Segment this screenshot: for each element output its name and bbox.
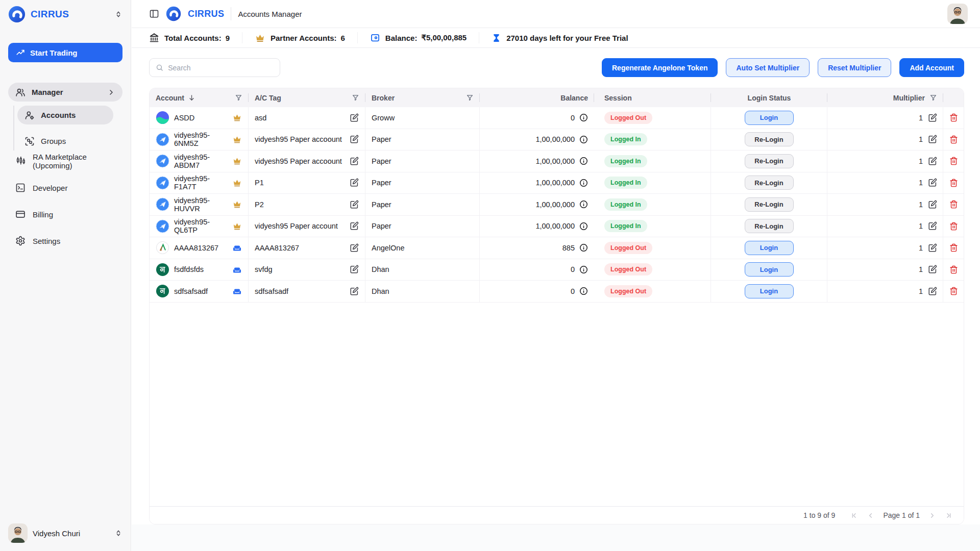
login-button[interactable]: Re-Login — [745, 197, 794, 212]
column-header-broker[interactable]: Broker — [365, 88, 480, 107]
login-button[interactable]: Login — [745, 111, 794, 125]
previous-page-icon[interactable] — [867, 512, 874, 519]
edit-multiplier-icon[interactable] — [928, 200, 937, 209]
edit-tag-icon[interactable] — [350, 287, 359, 296]
next-page-icon[interactable] — [928, 512, 936, 519]
info-icon[interactable] — [579, 179, 588, 187]
edit-tag-icon[interactable] — [350, 265, 359, 274]
filter-icon[interactable] — [929, 94, 937, 102]
last-page-icon[interactable] — [945, 512, 952, 519]
info-icon[interactable] — [579, 135, 588, 144]
info-icon[interactable] — [579, 157, 588, 165]
info-icon[interactable] — [579, 265, 588, 274]
delete-account-icon[interactable] — [949, 135, 958, 144]
delete-account-icon[interactable] — [949, 287, 958, 295]
session-badge: Logged Out — [604, 242, 652, 254]
info-icon[interactable] — [579, 287, 588, 295]
session-badge: Logged In — [604, 220, 647, 232]
delete-account-icon[interactable] — [949, 113, 958, 122]
delete-account-icon[interactable] — [949, 243, 958, 252]
sidebar-item-accounts[interactable]: Accounts — [17, 106, 113, 124]
sidebar-item-billing[interactable]: Billing — [8, 204, 122, 225]
cirrus-logo-icon — [166, 6, 181, 21]
login-button[interactable]: Re-Login — [745, 154, 794, 168]
user-menu-chevrons-icon[interactable] — [114, 529, 122, 537]
account-cell: fsdfdsfds — [150, 259, 249, 281]
first-page-icon[interactable] — [850, 512, 858, 519]
info-icon[interactable] — [579, 113, 588, 122]
delete-cell — [943, 216, 964, 237]
edit-multiplier-icon[interactable] — [928, 157, 937, 166]
sidebar-item-settings[interactable]: Settings — [8, 230, 122, 252]
session-badge: Logged In — [604, 198, 647, 211]
trending-up-icon — [16, 48, 25, 57]
search-input[interactable] — [168, 64, 274, 72]
edit-tag-icon[interactable] — [350, 113, 359, 122]
table-row: fsdfdsfds svfdg Dhan 0 Logged Out Login — [150, 259, 964, 281]
table-row: ASDD asd Groww 0 Logged Out Login — [150, 107, 964, 129]
edit-tag-icon[interactable] — [350, 178, 359, 187]
delete-account-icon[interactable] — [949, 222, 958, 231]
cirrus-logo-icon — [8, 6, 26, 23]
edit-tag-icon[interactable] — [350, 200, 359, 209]
sidebar-item-ra-marketplace[interactable]: RA Marketplace (Upcoming) — [8, 151, 122, 172]
regenerate-angelone-token-button[interactable]: Regenerate Angelone Token — [602, 58, 718, 77]
login-button[interactable]: Login — [745, 241, 794, 255]
delete-account-icon[interactable] — [949, 265, 958, 274]
multiplier-cell: 1 — [827, 129, 943, 151]
multiplier-cell: 1 — [827, 216, 943, 237]
edit-tag-icon[interactable] — [350, 157, 359, 166]
column-header-account[interactable]: Account — [150, 88, 249, 107]
delete-account-icon[interactable] — [949, 179, 958, 187]
edit-multiplier-icon[interactable] — [928, 135, 937, 144]
account-cell: AAAA813267 — [150, 237, 249, 259]
add-account-button[interactable]: Add Account — [899, 58, 964, 77]
login-button[interactable]: Re-Login — [745, 219, 794, 233]
broker-cell: Groww — [365, 107, 480, 129]
auto-set-multiplier-button[interactable]: Auto Set Multiplier — [726, 58, 810, 77]
column-header-multiplier[interactable]: Multiplier — [827, 88, 943, 107]
tag-cell: P2 — [249, 194, 365, 215]
profile-avatar[interactable] — [947, 4, 968, 24]
sidebar-item-groups[interactable]: Groups — [17, 132, 113, 151]
edit-multiplier-icon[interactable] — [928, 287, 937, 296]
sidebar-user[interactable]: Vidyesh Churi — [0, 516, 131, 551]
broker-logo-icon — [156, 133, 169, 146]
info-icon[interactable] — [579, 200, 588, 209]
sort-desc-icon[interactable] — [188, 94, 195, 102]
reset-multiplier-button[interactable]: Reset Multiplier — [818, 58, 891, 77]
sidebar-toggle-icon[interactable] — [149, 9, 159, 19]
login-button[interactable]: Re-Login — [745, 176, 794, 190]
column-header-ac-tag[interactable]: A/C Tag — [249, 88, 365, 107]
filter-icon[interactable] — [235, 94, 242, 102]
login-button[interactable]: Re-Login — [745, 132, 794, 146]
sidebar-item-manager[interactable]: Manager — [8, 83, 122, 102]
brand-name: CIRRUS — [31, 9, 69, 20]
edit-tag-icon[interactable] — [350, 221, 359, 231]
broker-logo-icon — [156, 111, 169, 124]
filter-icon[interactable] — [466, 94, 474, 102]
edit-multiplier-icon[interactable] — [928, 178, 937, 187]
child-account-icon — [232, 286, 242, 296]
sidebar-collapse-icon[interactable] — [114, 10, 122, 18]
login-button[interactable]: Login — [745, 284, 794, 298]
edit-multiplier-icon[interactable] — [928, 265, 937, 274]
partner-crown-icon — [232, 199, 242, 209]
filter-icon[interactable] — [352, 94, 359, 102]
edit-tag-icon[interactable] — [350, 135, 359, 144]
start-trading-button[interactable]: Start Trading — [8, 43, 122, 62]
edit-multiplier-icon[interactable] — [928, 113, 937, 122]
account-type-icon — [232, 221, 242, 231]
edit-tag-icon[interactable] — [350, 243, 359, 253]
table-row: vidyesh95-QL6TP vidyesh95 Paper account … — [150, 216, 964, 238]
info-icon[interactable] — [579, 222, 588, 231]
column-label: Broker — [372, 94, 395, 102]
delete-account-icon[interactable] — [949, 200, 958, 209]
multiplier-value: 1 — [919, 222, 923, 230]
edit-multiplier-icon[interactable] — [928, 243, 937, 253]
info-icon[interactable] — [579, 243, 588, 252]
edit-multiplier-icon[interactable] — [928, 221, 937, 231]
login-button[interactable]: Login — [745, 262, 794, 277]
delete-account-icon[interactable] — [949, 157, 958, 165]
sidebar-item-developer[interactable]: Developer — [8, 177, 122, 198]
